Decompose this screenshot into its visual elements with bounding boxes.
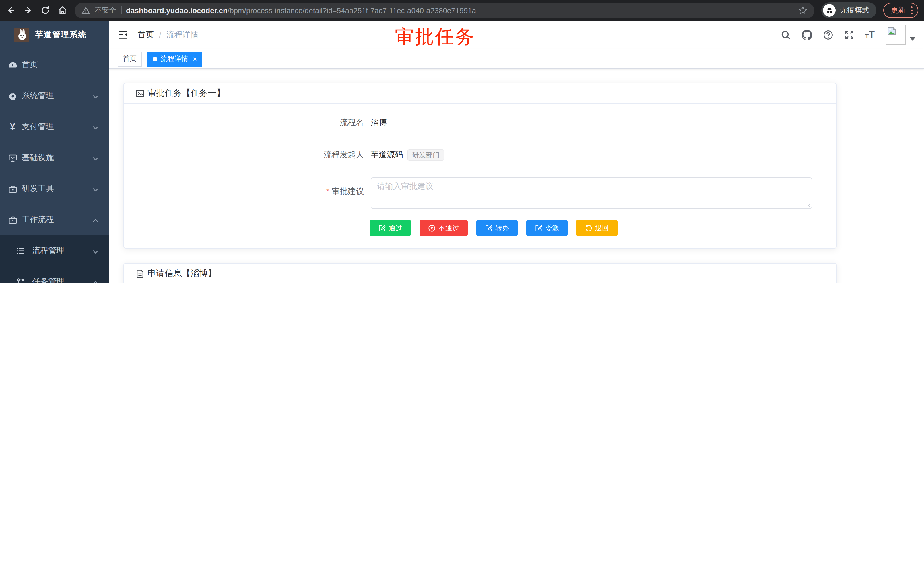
- update-label: 更新: [891, 5, 906, 15]
- workflow-submenu: 流程管理 任务管理 我的流程 待办任务 已办: [0, 236, 109, 282]
- page-content: 审批任务【任务一】 流程名 滔博 流程发起人 芋道源码研发部门 审批建议: [109, 69, 924, 282]
- sidebar-item-payment[interactable]: ¥ 支付管理: [0, 111, 109, 143]
- help-icon[interactable]: [823, 30, 833, 40]
- return-button[interactable]: 退回: [576, 220, 618, 236]
- active-dot: [153, 57, 157, 61]
- transfer-button[interactable]: 转办: [476, 220, 518, 236]
- avatar: [885, 25, 906, 45]
- browser-menu-icon[interactable]: [911, 6, 912, 14]
- bookmark-star-icon[interactable]: [798, 6, 807, 15]
- picture-icon: [135, 89, 145, 98]
- chevron-down-icon: [92, 153, 99, 162]
- sidebar-item-workflow[interactable]: 工作流程: [0, 204, 109, 236]
- browser-toolbar: 不安全 dashboard.yudao.iocoder.cn/bpm/proce…: [0, 0, 924, 21]
- sidebar-item-dev-tools[interactable]: 研发工具: [0, 173, 109, 204]
- url-domain: dashboard.yudao.iocoder.cn: [126, 6, 228, 15]
- sidebar-toggle-icon[interactable]: [118, 29, 129, 40]
- reload-icon[interactable]: [40, 5, 51, 15]
- initiator-label: 流程发起人: [135, 149, 371, 160]
- sidebar-item-label: 首页: [22, 60, 38, 70]
- sidebar-item-task-management[interactable]: 任务管理: [0, 266, 109, 282]
- sidebar-item-label: 流程管理: [32, 246, 64, 256]
- url-path: /bpm/process-instance/detail?id=54aa251f…: [228, 6, 476, 15]
- fullscreen-icon[interactable]: [844, 30, 854, 40]
- font-size-icon[interactable]: TT: [865, 30, 874, 40]
- delegate-button[interactable]: 委派: [526, 220, 568, 236]
- sidebar-item-system[interactable]: 系统管理: [0, 80, 109, 111]
- navbar-actions: TT: [780, 25, 915, 45]
- gear-icon: [8, 91, 18, 101]
- opinion-label: 审批建议: [135, 178, 371, 197]
- top-navbar: 首页 / 流程详情 TT: [109, 21, 924, 50]
- incognito-label: 无痕模式: [840, 5, 870, 15]
- tag-close-icon[interactable]: ×: [193, 55, 197, 63]
- tag-process-detail[interactable]: 流程详情 ×: [147, 51, 202, 66]
- approve-button[interactable]: 通过: [370, 220, 411, 236]
- dept-tag: 研发部门: [408, 150, 444, 161]
- tag-home[interactable]: 首页: [118, 51, 142, 66]
- tags-view: 首页 流程详情 ×: [109, 50, 924, 69]
- tree-icon: [16, 277, 25, 282]
- breadcrumb-current: 流程详情: [166, 30, 199, 40]
- circle-close-icon: [428, 224, 436, 232]
- address-bar[interactable]: 不安全 dashboard.yudao.iocoder.cn/bpm/proce…: [75, 3, 814, 18]
- security-label: 不安全: [95, 6, 116, 15]
- app-logo[interactable]: 芋道管理系统: [0, 21, 109, 50]
- search-icon[interactable]: [780, 30, 790, 40]
- toolbox-icon: [8, 184, 18, 194]
- dashboard-icon: [8, 60, 18, 70]
- breadcrumb-separator: /: [159, 30, 161, 39]
- apply-card-header: 申请信息【滔博】: [124, 264, 836, 282]
- chevron-up-icon: [92, 215, 99, 224]
- screenshot-stage: 不安全 dashboard.yudao.iocoder.cn/bpm/proce…: [0, 0, 924, 282]
- incognito-icon: [823, 4, 836, 17]
- breadcrumb-home[interactable]: 首页: [138, 30, 154, 40]
- edit-icon: [485, 224, 492, 232]
- initiator-value: 芋道源码研发部门: [371, 149, 444, 161]
- yen-icon: ¥: [8, 122, 18, 131]
- sidebar-item-label: 工作流程: [22, 215, 54, 225]
- sidebar-item-label: 支付管理: [22, 122, 54, 132]
- process-name-value: 滔博: [371, 117, 387, 128]
- opinion-textarea[interactable]: [371, 178, 812, 209]
- monitor-icon: [8, 153, 18, 163]
- card-title: 审批任务【任务一】: [147, 88, 225, 99]
- sidebar-item-label: 系统管理: [22, 91, 54, 101]
- chevron-down-icon: [92, 184, 99, 194]
- caret-down-icon: [910, 37, 915, 41]
- edit-icon: [535, 224, 542, 232]
- refresh-left-icon: [585, 224, 592, 232]
- process-name-label: 流程名: [135, 117, 371, 128]
- omnibox-divider: [121, 6, 122, 14]
- home-icon[interactable]: [57, 5, 68, 15]
- approve-card-header: 审批任务【任务一】: [124, 83, 836, 104]
- sidebar-item-label: 研发工具: [22, 184, 54, 194]
- chevron-up-icon: [92, 277, 99, 282]
- incognito-badge: 无痕模式: [821, 2, 876, 18]
- sidebar-item-home[interactable]: 首页: [0, 50, 109, 80]
- sidebar-item-label: 任务管理: [32, 277, 64, 282]
- chevron-down-icon: [92, 246, 99, 255]
- apply-info-card: 申请信息【滔博】 单行文本 多选框组 选项一: [123, 263, 837, 282]
- chevron-down-icon: [92, 122, 99, 131]
- list-icon: [16, 246, 25, 255]
- sidebar-item-infrastructure[interactable]: 基础设施: [0, 143, 109, 173]
- document-icon: [135, 269, 145, 278]
- not-secure-warning-icon: [81, 6, 90, 15]
- breadcrumb: 首页 / 流程详情: [138, 30, 199, 40]
- sidebar-item-process-management[interactable]: 流程管理: [0, 236, 109, 266]
- logo-avatar: [14, 27, 29, 42]
- user-avatar-menu[interactable]: [885, 25, 915, 45]
- browser-update-button[interactable]: 更新: [883, 3, 918, 18]
- briefcase-icon: [8, 215, 18, 225]
- edit-icon: [378, 224, 386, 232]
- chevron-down-icon: [92, 91, 99, 101]
- sidebar-item-label: 基础设施: [22, 153, 54, 163]
- reject-button[interactable]: 不通过: [420, 220, 468, 236]
- forward-icon[interactable]: [23, 5, 33, 15]
- sidebar: 芋道管理系统 首页 系统管理 ¥ 支付管理 基础设施: [0, 21, 109, 282]
- approve-actions: 通过 不通过 转办 委: [370, 220, 825, 236]
- broken-image-icon: [887, 26, 897, 36]
- back-icon[interactable]: [6, 5, 16, 15]
- github-icon[interactable]: [801, 30, 812, 40]
